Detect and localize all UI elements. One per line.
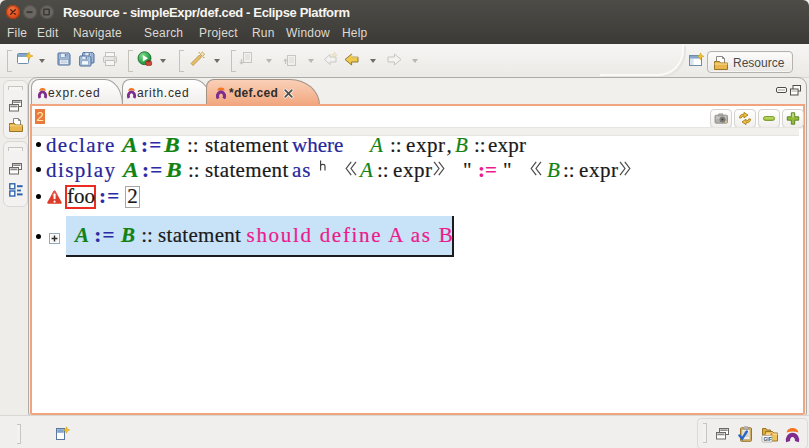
svg-text:GIF: GIF — [763, 436, 771, 442]
